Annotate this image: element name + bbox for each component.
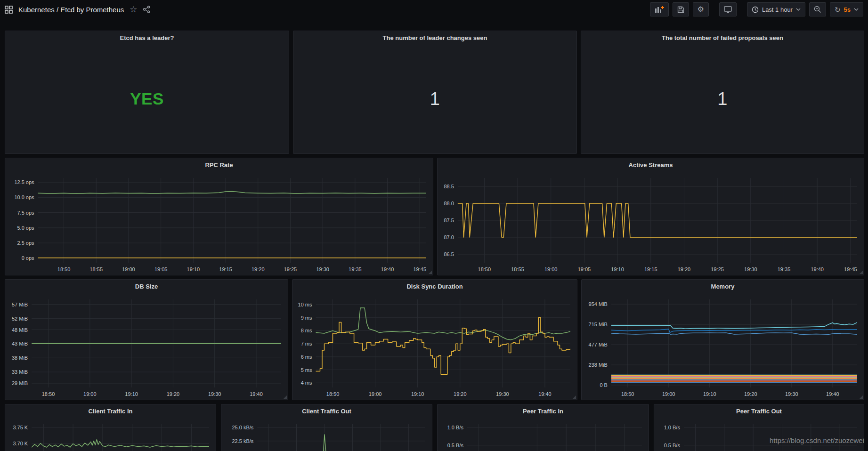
svg-text:19:40: 19:40 xyxy=(250,391,263,397)
svg-text:0.5 B/s: 0.5 B/s xyxy=(664,443,681,448)
time-series-chart[interactable]: 1.0 B/s0.5 B/s18:5019:0019:1019:2019:301… xyxy=(654,418,864,451)
panel-resize-handle[interactable] xyxy=(284,395,287,399)
svg-text:88.0: 88.0 xyxy=(444,201,454,206)
panel-resize-handle[interactable] xyxy=(429,271,432,274)
panel-title[interactable]: The number of leader changes seen xyxy=(293,31,576,44)
chevron-down-icon xyxy=(796,8,801,11)
svg-text:19:10: 19:10 xyxy=(611,266,624,272)
svg-text:19:20: 19:20 xyxy=(678,266,691,272)
zoom-out-icon xyxy=(814,6,821,13)
stat-value: YES xyxy=(5,44,289,153)
panel-title[interactable]: The total number of failed proposals see… xyxy=(581,31,864,44)
gear-icon: ⚙ xyxy=(698,6,704,13)
svg-text:9 ms: 9 ms xyxy=(301,315,312,321)
panel-title[interactable]: Client Traffic Out xyxy=(221,404,432,418)
svg-text:18:55: 18:55 xyxy=(511,266,524,272)
svg-text:8 ms: 8 ms xyxy=(301,328,312,333)
panel-title[interactable]: Active Streams xyxy=(438,158,864,171)
svg-text:19:00: 19:00 xyxy=(544,266,558,272)
svg-text:954 MiB: 954 MiB xyxy=(589,301,608,307)
panel-resize-handle[interactable] xyxy=(573,395,576,399)
dashboard-settings-button[interactable]: ⚙ xyxy=(693,2,709,16)
svg-text:12.5 ops: 12.5 ops xyxy=(14,179,34,185)
svg-text:88.5: 88.5 xyxy=(444,184,454,189)
chart-canvas[interactable]: 1.0 B/s0.5 B/s18:5019:0019:1019:2019:301… xyxy=(654,418,864,451)
svg-text:715 MiB: 715 MiB xyxy=(589,322,608,327)
dashboard-grid-icon[interactable] xyxy=(5,6,13,14)
chart-canvas[interactable]: 12.5 ops10.0 ops7.5 ops5.0 ops2.5 ops0 o… xyxy=(5,171,433,275)
chart-canvas[interactable]: 10 ms9 ms8 ms7 ms6 ms5 ms4 ms18:5019:001… xyxy=(292,293,577,400)
dashboard-title[interactable]: Kubernetes / Etcd by Prometheus xyxy=(18,6,124,14)
svg-text:29 MiB: 29 MiB xyxy=(12,380,28,386)
refresh-interval-label[interactable]: 5s xyxy=(844,6,851,13)
time-series-chart[interactable]: 10 ms9 ms8 ms7 ms6 ms5 ms4 ms18:5019:001… xyxy=(292,293,577,400)
panel-title[interactable]: Client Traffic In xyxy=(5,404,216,418)
chart-canvas[interactable]: 57 MiB52 MiB48 MiB43 MiB38 MiB33 MiB29 M… xyxy=(5,293,288,400)
panel-title[interactable]: Memory xyxy=(582,280,864,293)
stat-panel-leader-changes: The number of leader changes seen 1 xyxy=(293,31,577,154)
time-series-chart[interactable]: 57 MiB52 MiB48 MiB43 MiB38 MiB33 MiB29 M… xyxy=(5,293,288,400)
share-icon[interactable] xyxy=(143,6,150,13)
svg-text:19:25: 19:25 xyxy=(711,266,724,272)
svg-text:477 MiB: 477 MiB xyxy=(589,342,608,347)
svg-text:19:30: 19:30 xyxy=(496,391,509,397)
time-series-chart[interactable]: 88.588.087.587.086.518:5018:5519:0019:05… xyxy=(438,171,864,275)
chart-canvas[interactable]: 1.0 B/s0.5 B/s18:5019:0019:1019:2019:301… xyxy=(438,418,649,451)
panel-title[interactable]: RPC Rate xyxy=(5,158,433,171)
time-series-chart[interactable]: 12.5 ops10.0 ops7.5 ops5.0 ops2.5 ops0 o… xyxy=(5,171,433,275)
clock-icon xyxy=(752,6,759,13)
svg-text:6 ms: 6 ms xyxy=(301,354,312,360)
star-icon[interactable]: ☆ xyxy=(130,5,137,14)
svg-text:19:10: 19:10 xyxy=(703,391,716,397)
svg-text:19:20: 19:20 xyxy=(167,391,180,397)
panel-title[interactable]: Etcd has a leader? xyxy=(5,31,289,44)
svg-text:18:50: 18:50 xyxy=(326,391,340,397)
svg-text:2.5 ops: 2.5 ops xyxy=(17,240,35,246)
svg-text:18:50: 18:50 xyxy=(621,391,634,397)
svg-text:25.0 kB/s: 25.0 kB/s xyxy=(232,425,253,430)
time-series-chart[interactable]: 1.0 B/s0.5 B/s18:5019:0019:1019:2019:301… xyxy=(438,418,649,451)
panel-resize-handle[interactable] xyxy=(860,271,863,274)
time-series-chart[interactable]: 3.75 K3.70 K18:5019:0019:1019:2019:3019:… xyxy=(5,418,216,451)
panel-title[interactable]: Disk Sync Duration xyxy=(292,280,577,293)
svg-text:19:15: 19:15 xyxy=(644,266,657,272)
svg-text:5 ms: 5 ms xyxy=(301,367,312,373)
panel-title[interactable]: Peer Traffic In xyxy=(438,404,649,418)
monitor-icon xyxy=(724,6,732,13)
panel-title[interactable]: DB Size xyxy=(5,280,288,293)
save-icon xyxy=(677,6,684,13)
chart-canvas[interactable]: 954 MiB715 MiB477 MiB238 MiB0 B18:5019:0… xyxy=(582,293,864,400)
svg-text:19:05: 19:05 xyxy=(578,266,591,272)
chevron-down-icon xyxy=(854,8,859,11)
svg-text:19:30: 19:30 xyxy=(744,266,757,272)
panel-resize-handle[interactable] xyxy=(860,395,863,399)
graph-panel-client-traffic-in: Client Traffic In 3.75 K3.70 K18:5019:00… xyxy=(5,404,216,451)
chart-canvas[interactable]: 25.0 kB/s22.5 kB/s18:5019:0019:1019:2019… xyxy=(221,418,432,451)
panel-title[interactable]: Peer Traffic Out xyxy=(654,404,864,418)
svg-text:7 ms: 7 ms xyxy=(301,341,312,346)
stat-panel-etcd-leader: Etcd has a leader? YES xyxy=(5,31,289,154)
svg-text:19:10: 19:10 xyxy=(411,391,424,397)
svg-text:19:45: 19:45 xyxy=(844,266,857,272)
chart-canvas[interactable]: 88.588.087.587.086.518:5018:5519:0019:05… xyxy=(438,171,864,275)
svg-text:19:10: 19:10 xyxy=(187,266,200,272)
refresh-button[interactable]: ↻ 5s xyxy=(830,2,863,16)
svg-text:3.70 K: 3.70 K xyxy=(13,441,28,446)
add-panel-button[interactable] xyxy=(650,2,669,16)
svg-text:4 ms: 4 ms xyxy=(301,380,312,386)
svg-text:5.0 ops: 5.0 ops xyxy=(17,225,35,231)
zoom-out-time-button[interactable] xyxy=(809,2,826,16)
svg-text:0 ops: 0 ops xyxy=(22,255,34,261)
chart-canvas[interactable]: 3.75 K3.70 K18:5019:0019:1019:2019:3019:… xyxy=(5,418,216,451)
time-range-picker[interactable]: Last 1 hour xyxy=(747,2,805,16)
svg-text:1.0 B/s: 1.0 B/s xyxy=(664,425,681,430)
save-dashboard-button[interactable] xyxy=(673,2,689,16)
svg-text:19:40: 19:40 xyxy=(538,391,552,397)
svg-text:19:05: 19:05 xyxy=(154,266,168,272)
svg-text:18:50: 18:50 xyxy=(57,266,71,272)
time-series-chart[interactable]: 954 MiB715 MiB477 MiB238 MiB0 B18:5019:0… xyxy=(582,293,864,400)
time-series-chart[interactable]: 25.0 kB/s22.5 kB/s18:5019:0019:1019:2019… xyxy=(221,418,432,451)
cycle-view-mode-button[interactable] xyxy=(719,2,737,16)
svg-text:19:20: 19:20 xyxy=(744,391,757,397)
svg-text:19:00: 19:00 xyxy=(83,391,97,397)
